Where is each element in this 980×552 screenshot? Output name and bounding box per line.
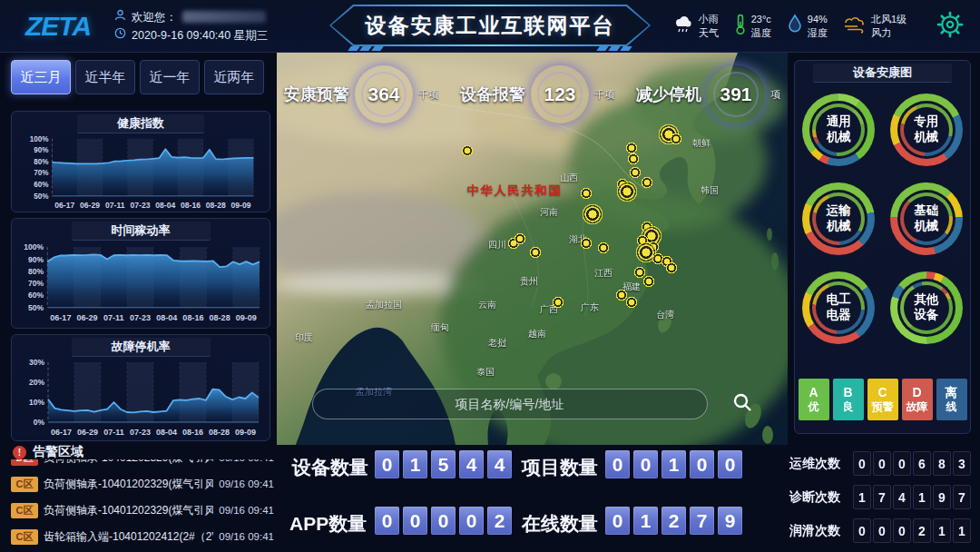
digit-box: 1 <box>633 507 658 535</box>
map-marker[interactable] <box>670 133 682 145</box>
gauge-special-machinery: 专用机械 <box>890 94 963 166</box>
time-filter-group: 近三月 近半年 近一年 近两年 <box>11 60 264 94</box>
svg-text:100%: 100% <box>30 135 50 143</box>
svg-text:06-17: 06-17 <box>50 313 71 322</box>
kpi-reduced-downtime: 减少停机 391 项 <box>636 65 780 123</box>
svg-text:20%: 20% <box>29 378 44 387</box>
weather-temp: 23°c温度 <box>734 13 771 40</box>
alert-row[interactable]: C区负荷侧轴承-10401202329(煤气引风机电...09/16 09:41 <box>11 499 274 521</box>
digit-box: 0 <box>873 451 891 476</box>
svg-text:90%: 90% <box>34 146 49 154</box>
kpi-ring: 364 <box>355 65 413 123</box>
digit-box: 0 <box>375 450 399 478</box>
alert-time: 09/16 09:41 <box>219 478 274 489</box>
map-marker[interactable] <box>552 296 564 309</box>
header-bar: ZETA 欢迎您： 2020-9-16 09:40:40 星期三 设 <box>0 0 980 53</box>
gauge-transport-machinery: 运输机械 <box>802 182 875 255</box>
alert-time: 09/16 09:41 <box>219 459 274 463</box>
alert-time: 09/16 09:41 <box>219 531 274 542</box>
alert-zone-badge: C区 <box>11 503 38 518</box>
svg-text:08-28: 08-28 <box>210 313 230 322</box>
svg-text:0%: 0% <box>34 418 45 427</box>
svg-text:08-16: 08-16 <box>182 428 203 437</box>
map-marker[interactable] <box>514 232 526 245</box>
svg-text:70%: 70% <box>28 279 44 288</box>
digit-box: 0 <box>459 507 484 535</box>
map-marker[interactable] <box>665 261 678 274</box>
digit-box: 0 <box>690 450 714 478</box>
svg-text:70%: 70% <box>34 169 49 177</box>
svg-text:06-17: 06-17 <box>54 201 74 210</box>
online-count-digits: 01279 <box>605 507 742 535</box>
map-marker[interactable] <box>629 166 642 179</box>
map-marker[interactable] <box>627 153 640 165</box>
weather-humidity: 94%湿度 <box>787 13 828 40</box>
filter-1year[interactable]: 近一年 <box>140 60 200 94</box>
map-marker[interactable] <box>616 181 638 202</box>
digit-box: 3 <box>953 451 971 476</box>
alert-zone-badge: C区 <box>11 529 38 545</box>
map-marker[interactable] <box>580 187 593 200</box>
alert-row[interactable]: D区负荷侧轴承-10401202329(煤气引风机电...09/16 09:41 <box>11 459 274 468</box>
ops-count-digits: 000683 <box>853 451 971 476</box>
digit-box: 0 <box>375 507 399 535</box>
device-count-label: 设备数量 <box>292 455 368 480</box>
map-marker[interactable] <box>529 246 542 259</box>
svg-text:60%: 60% <box>34 181 49 189</box>
device-health-title: 设备安康图 <box>813 64 952 83</box>
time-utilization-chart-panel: 时间稼动率 100%90%80%70%60%50%06-1706-2907-11… <box>11 218 270 329</box>
alert-row[interactable]: C区齿轮箱输入端-10401202412(2#（2V）...09/16 09:4… <box>11 526 274 547</box>
map-marker[interactable] <box>641 176 653 189</box>
alert-warning-icon: ! <box>13 446 26 459</box>
weather-cluster: 小雨天气 23°c温度 94%湿度 <box>672 11 967 42</box>
svg-text:80%: 80% <box>34 158 49 166</box>
map-marker[interactable] <box>582 203 603 225</box>
digit-box: 5 <box>431 450 456 478</box>
digit-box: 1 <box>933 518 951 543</box>
diagnosis-count-row: 诊断次数 174197 <box>789 485 975 509</box>
alert-text: 负荷侧轴承-10401202329(煤气引风机电... <box>44 503 213 518</box>
alert-row[interactable]: C区负荷侧轴承-10401202329(煤气引风机电...09/16 09:41 <box>11 473 274 495</box>
digit-box: 0 <box>853 518 871 543</box>
digit-box: 0 <box>718 450 742 478</box>
filter-3months[interactable]: 近三月 <box>11 60 71 94</box>
map-marker[interactable] <box>461 144 474 157</box>
digit-box: 2 <box>662 507 686 535</box>
droplet-icon <box>787 14 803 39</box>
filter-2years[interactable]: 近两年 <box>204 60 264 94</box>
kpi-health-warning: 安康预警 364 千项 <box>284 65 438 123</box>
map-marker[interactable] <box>642 275 655 288</box>
alert-zone-badge: D区 <box>11 459 38 466</box>
gauge-electrical-equipment: 电工电器 <box>802 271 875 344</box>
downtime-rate-chart-panel: 故障停机率 30%20%10%0%06-1706-2907-1107-2308-… <box>11 334 270 441</box>
svg-text:07-23: 07-23 <box>131 201 151 210</box>
device-health-panel: 设备安康图 通用机械 专用机械 运输机械 基础机械 电工电器 <box>794 60 971 434</box>
diagnosis-count-digits: 174197 <box>853 485 971 509</box>
thermometer-icon <box>734 14 747 39</box>
search-icon[interactable] <box>731 391 753 417</box>
filter-6months[interactable]: 近半年 <box>75 60 135 94</box>
svg-text:08-04: 08-04 <box>155 201 175 210</box>
zeta-logo: ZETA <box>25 11 91 42</box>
svg-text:10%: 10% <box>29 398 44 407</box>
alert-text: 负荷侧轴承-10401202329(煤气引风机电... <box>44 477 213 492</box>
datetime-text: 2020-9-16 09:40:40 星期三 <box>132 26 268 44</box>
map-marker[interactable] <box>597 242 610 254</box>
project-search-input[interactable] <box>312 389 708 419</box>
svg-text:100%: 100% <box>24 242 44 251</box>
app-count-digits: 00002 <box>375 507 512 535</box>
health-index-chart-panel: 健康指数 100%90%80%70%60%50%06-1706-2907-110… <box>11 111 270 212</box>
downtime-rate-chart: 30%20%10%0%06-1706-2907-1107-2308-0408-1… <box>15 357 267 440</box>
digit-box: 0 <box>893 451 911 476</box>
digit-box: 1 <box>403 450 427 478</box>
map-marker[interactable] <box>580 237 593 250</box>
map-marker[interactable] <box>615 289 628 301</box>
svg-text:90%: 90% <box>28 255 44 264</box>
alerts-list: D区负荷侧轴承-10401202329(煤气引风机电...09/16 09:41… <box>11 459 274 552</box>
alert-time: 09/16 09:41 <box>219 505 274 516</box>
digit-box: 2 <box>487 507 512 535</box>
ops-count-row: 运维次数 000683 <box>789 451 975 476</box>
digit-box: 0 <box>403 507 427 535</box>
settings-gear-button[interactable] <box>936 11 964 42</box>
gauge-other-equipment: 其他设备 <box>890 271 963 344</box>
